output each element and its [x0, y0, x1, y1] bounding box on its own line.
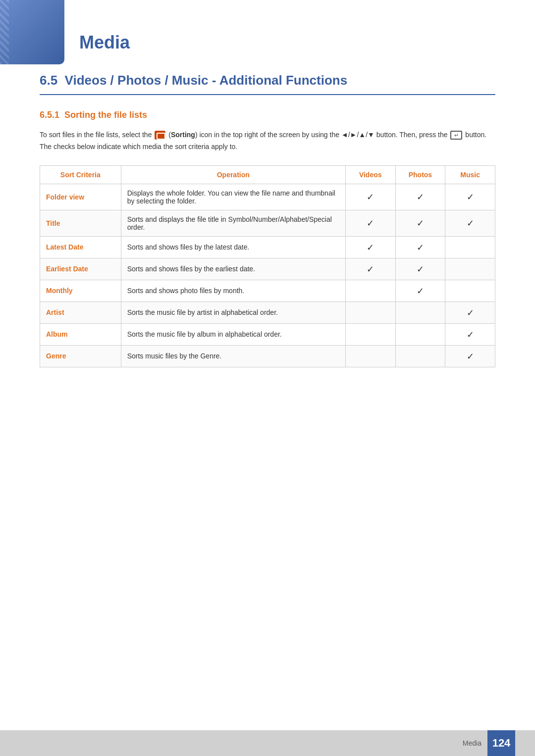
music-check-cell: ✓	[445, 345, 495, 367]
header-photos: Photos	[395, 165, 445, 184]
music-check-cell: ✓	[445, 302, 495, 323]
table-row: Folder viewDisplays the whole folder. Yo…	[40, 184, 495, 210]
videos-check-cell: ✓	[345, 258, 395, 280]
header-videos: Videos	[345, 165, 395, 184]
content: 6.5 Videos / Photos / Music - Additional…	[0, 73, 535, 367]
operation-cell: Sorts and displays the file title in Sym…	[121, 210, 345, 236]
enter-icon: ↵	[450, 131, 462, 140]
videos-check-cell: ✓	[345, 210, 395, 236]
table-header-row: Sort Criteria Operation Videos Photos Mu…	[40, 165, 495, 184]
music-check-cell	[445, 280, 495, 302]
criteria-cell: Monthly	[40, 280, 121, 302]
music-check-cell: ✓	[445, 210, 495, 236]
photos-check-cell	[395, 345, 445, 367]
criteria-cell: Album	[40, 323, 121, 345]
header-music: Music	[445, 165, 495, 184]
photos-check-cell	[395, 323, 445, 345]
music-check-cell: ✓	[445, 184, 495, 210]
videos-check-cell: ✓	[345, 236, 395, 258]
criteria-cell: Folder view	[40, 184, 121, 210]
operation-cell: Sorts music files by the Genre.	[121, 345, 345, 367]
criteria-cell: Earliest Date	[40, 258, 121, 280]
criteria-cell: Title	[40, 210, 121, 236]
section-title: 6.5 Videos / Photos / Music - Additional…	[40, 73, 495, 95]
page-footer: Media 124	[0, 730, 535, 756]
music-check-cell	[445, 258, 495, 280]
table-row: GenreSorts music files by the Genre.✓	[40, 345, 495, 367]
header-criteria: Sort Criteria	[40, 165, 121, 184]
videos-check-cell	[345, 345, 395, 367]
photos-check-cell: ✓	[395, 258, 445, 280]
header-operation: Operation	[121, 165, 345, 184]
table-row: ArtistSorts the music file by artist in …	[40, 302, 495, 323]
videos-check-cell	[345, 280, 395, 302]
operation-cell: Sorts the music file by album in alphabe…	[121, 323, 345, 345]
operation-cell: Sorts and shows files by the earliest da…	[121, 258, 345, 280]
table-row: AlbumSorts the music file by album in al…	[40, 323, 495, 345]
operation-cell: Sorts and shows photo files by month.	[121, 280, 345, 302]
sorting-icon	[155, 131, 165, 140]
criteria-cell: Latest Date	[40, 236, 121, 258]
table-row: TitleSorts and displays the file title i…	[40, 210, 495, 236]
footer-label: Media	[463, 739, 482, 747]
videos-check-cell: ✓	[345, 184, 395, 210]
header-section: Media	[0, 0, 535, 53]
page-title: Media	[79, 15, 535, 53]
footer-page-number: 124	[487, 730, 515, 756]
sort-table: Sort Criteria Operation Videos Photos Mu…	[40, 165, 495, 367]
videos-check-cell	[345, 302, 395, 323]
table-row: MonthlySorts and shows photo files by mo…	[40, 280, 495, 302]
operation-cell: Sorts the music file by artist in alphab…	[121, 302, 345, 323]
photos-check-cell	[395, 302, 445, 323]
subsection-title: 6.5.1 Sorting the file lists	[40, 110, 495, 120]
table-row: Latest DateSorts and shows files by the …	[40, 236, 495, 258]
intro-paragraph: To sort files in the file lists, select …	[40, 129, 495, 153]
photos-check-cell: ✓	[395, 210, 445, 236]
photos-check-cell: ✓	[395, 236, 445, 258]
operation-cell: Sorts and shows files by the latest date…	[121, 236, 345, 258]
music-check-cell: ✓	[445, 323, 495, 345]
side-tab	[0, 0, 64, 64]
side-tab-stripe	[0, 0, 9, 64]
page-container: Media 6.5 Videos / Photos / Music - Addi…	[0, 0, 535, 756]
table-row: Earliest DateSorts and shows files by th…	[40, 258, 495, 280]
music-check-cell	[445, 236, 495, 258]
photos-check-cell: ✓	[395, 184, 445, 210]
operation-cell: Displays the whole folder. You can view …	[121, 184, 345, 210]
videos-check-cell	[345, 323, 395, 345]
criteria-cell: Artist	[40, 302, 121, 323]
criteria-cell: Genre	[40, 345, 121, 367]
photos-check-cell: ✓	[395, 280, 445, 302]
